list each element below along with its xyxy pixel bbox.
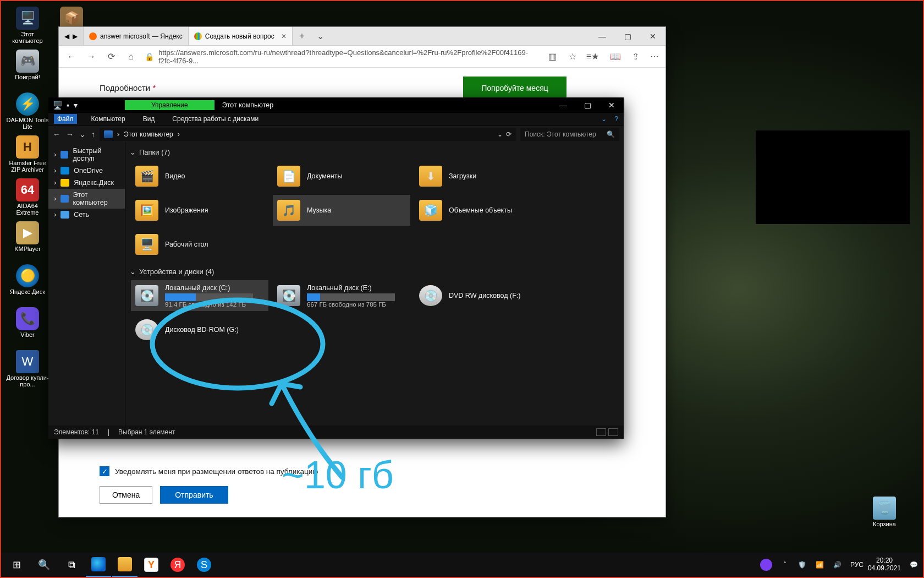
- cancel-button[interactable]: Отмена: [100, 486, 152, 504]
- nav-refresh-icon[interactable]: ⟳: [105, 51, 117, 62]
- tray-volume-icon[interactable]: 🔊: [833, 561, 843, 569]
- tray-notifications-icon[interactable]: 💬: [909, 561, 919, 569]
- group-folders[interactable]: ⌄Папки (7): [130, 148, 618, 156]
- edge-tab-2[interactable]: Создать новый вопрос✕: [189, 27, 293, 45]
- taskbar-explorer[interactable]: [112, 553, 138, 577]
- share-icon[interactable]: ⇪: [632, 51, 639, 62]
- reading-list-icon[interactable]: 📖: [610, 51, 621, 62]
- drive-dvd[interactable]: 💿 DVD RW дисковод (F:): [415, 280, 552, 311]
- ribbon-computer[interactable]: Компьютер: [88, 114, 129, 124]
- sidebar-item-onedrive[interactable]: ›OneDrive: [48, 165, 125, 177]
- desktop-icon-aida64[interactable]: 64AIDA64 Extreme: [6, 178, 50, 221]
- status-selected: Выбран 1 элемент: [118, 428, 175, 436]
- qat-icon[interactable]: ▪: [67, 101, 69, 110]
- edge-tabprev[interactable]: ◀▶: [59, 27, 84, 45]
- nav-fwd-icon[interactable]: →: [66, 130, 74, 139]
- desktop-icon-play[interactable]: 🎮Поиграй!: [6, 50, 50, 92]
- qat-icon[interactable]: 🖥️: [53, 101, 62, 110]
- nav-back-icon[interactable]: ←: [65, 52, 78, 62]
- try-month-button[interactable]: Попробуйте месяц: [463, 77, 566, 100]
- sidebar-item-thispc[interactable]: ›Этот компьютер: [48, 189, 125, 209]
- desktop-icon-daemon[interactable]: ⚡DAEMON Tools Lite: [6, 92, 50, 135]
- explorer-search[interactable]: Поиск: Этот компьютер🔍: [520, 128, 619, 141]
- folder-pictures[interactable]: 🖼️Изображения: [131, 195, 268, 226]
- explorer-ribbon: Файл Компьютер Вид Средства работы с дис…: [48, 113, 624, 125]
- url-field[interactable]: 🔒 https://answers.microsoft.com/ru-ru/ne…: [145, 48, 539, 65]
- edge-close[interactable]: ✕: [640, 27, 666, 45]
- view-details-icon[interactable]: [596, 428, 606, 436]
- folder-3d[interactable]: 🧊Объемные объекты: [415, 195, 552, 226]
- close-tab-icon[interactable]: ✕: [281, 32, 287, 40]
- folder-documents[interactable]: 📄Документы: [273, 161, 410, 192]
- group-drives[interactable]: ⌄Устройства и диски (4): [130, 268, 618, 276]
- sidebar-item-quickaccess[interactable]: ›Быстрый доступ: [48, 145, 125, 165]
- edge-minimize[interactable]: ―: [590, 27, 615, 45]
- drive-c[interactable]: 💽 Локальный диск (C:) 91,4 ГБ свободно и…: [131, 280, 268, 311]
- tray-clock[interactable]: 20:2004.09.2021: [868, 557, 901, 572]
- ribbon-help-icon[interactable]: ?: [614, 115, 618, 123]
- nav-fwd-icon[interactable]: →: [85, 52, 97, 62]
- explorer-sidebar: ›Быстрый доступ ›OneDrive ›Яндекс.Диск ›…: [48, 143, 125, 426]
- ribbon-drive-tools[interactable]: Средства работы с дисками: [169, 114, 262, 124]
- taskbar-yandex-red[interactable]: Я: [165, 553, 190, 577]
- tray-lang[interactable]: РУС: [850, 561, 860, 569]
- explorer-close[interactable]: ✕: [600, 101, 624, 110]
- search-button[interactable]: 🔍: [31, 553, 57, 577]
- folder-desktop[interactable]: 🖥️Рабочий стол: [131, 229, 268, 260]
- desktop-icon-recycle-bin[interactable]: 🗑️Корзина: [862, 497, 906, 539]
- notify-label: Уведомлять меня при размещении ответов н…: [115, 467, 318, 476]
- desktop: 🖥️Этот компьютер 🎮Поиграй! ⚡DAEMON Tools…: [0, 0, 924, 578]
- tray-network-icon[interactable]: 📶: [815, 561, 825, 569]
- nav-recent-icon[interactable]: ⌄: [79, 130, 86, 139]
- taskbar-yandex[interactable]: Y: [139, 553, 164, 577]
- folder-downloads[interactable]: ⬇Загрузки: [415, 161, 552, 192]
- sidebar-item-yandexdisk[interactable]: ›Яндекс.Диск: [48, 177, 125, 189]
- breadcrumb[interactable]: › Этот компьютер › ⌄⟳: [100, 128, 516, 141]
- desktop-icon-hamster[interactable]: HHamster Free ZIP Archiver: [6, 135, 50, 178]
- nav-up-icon[interactable]: ↑: [91, 130, 95, 139]
- chevron-down-icon[interactable]: ⌄: [497, 130, 503, 138]
- status-item-count: Элементов: 11: [54, 428, 99, 436]
- folder-video[interactable]: 🎬Видео: [131, 161, 268, 192]
- desktop-icon-yandex-disk[interactable]: 🟡Яндекс.Диск: [6, 264, 50, 307]
- refresh-icon[interactable]: ⟳: [506, 130, 512, 138]
- tray-defender-icon[interactable]: 🛡️: [798, 561, 807, 569]
- notify-checkbox-row[interactable]: ✓ Уведомлять меня при размещении ответов…: [100, 466, 625, 476]
- ribbon-context-tab[interactable]: Управление: [125, 100, 215, 110]
- edge-new-tab[interactable]: ＋: [293, 27, 311, 45]
- drive-bdrom[interactable]: 💿 Дисковод BD-ROM (G:): [131, 314, 268, 345]
- view-tiles-icon[interactable]: [608, 428, 618, 436]
- explorer-maximize[interactable]: ▢: [575, 101, 600, 110]
- ribbon-expand-icon[interactable]: ⌄: [601, 115, 607, 123]
- edge-tab-menu[interactable]: ⌄: [311, 27, 330, 45]
- explorer-title: Этот компьютер: [222, 101, 273, 109]
- ribbon-view[interactable]: Вид: [140, 114, 158, 124]
- edge-tab-1[interactable]: answer microsoft — Яндекс: [84, 27, 189, 45]
- taskbar-edge[interactable]: [86, 553, 111, 577]
- nav-home-icon[interactable]: ⌂: [125, 52, 137, 62]
- qat-icon[interactable]: ▾: [74, 101, 78, 110]
- desktop-icon-viber[interactable]: 📞Viber: [6, 307, 50, 350]
- favorites-icon[interactable]: ≡★: [586, 51, 599, 62]
- folder-music[interactable]: 🎵Музыка: [273, 195, 410, 226]
- sidebar-item-network[interactable]: ›Сеть: [48, 209, 125, 221]
- explorer-statusbar: Элементов: 11 | Выбран 1 элемент: [48, 426, 624, 439]
- desktop-icon-kmplayer[interactable]: ▶KMPlayer: [6, 221, 50, 264]
- tray-app-icon[interactable]: [760, 559, 772, 571]
- reader-icon[interactable]: ▥: [547, 51, 559, 62]
- ribbon-file[interactable]: Файл: [54, 114, 77, 124]
- more-icon[interactable]: ⋯: [650, 51, 659, 62]
- star-icon[interactable]: ☆: [566, 51, 579, 62]
- tray-up-icon[interactable]: ˄: [780, 561, 790, 569]
- drive-e[interactable]: 💽 Локальный диск (E:) 667 ГБ свободно из…: [273, 280, 410, 311]
- taskbar-skype[interactable]: S: [191, 553, 217, 577]
- desktop-icon-this-pc[interactable]: 🖥️Этот компьютер: [6, 7, 50, 50]
- nav-back-icon[interactable]: ←: [53, 130, 61, 139]
- edge-maximize[interactable]: ▢: [615, 27, 640, 45]
- taskview-button[interactable]: ⧉: [58, 553, 85, 577]
- explorer-minimize[interactable]: ―: [551, 101, 575, 110]
- desktop-icon-word-doc[interactable]: WДоговор купли-про...: [6, 350, 50, 393]
- checkbox-checked-icon[interactable]: ✓: [100, 466, 109, 476]
- start-button[interactable]: ⊞: [3, 553, 30, 577]
- submit-button[interactable]: Отправить: [160, 486, 228, 504]
